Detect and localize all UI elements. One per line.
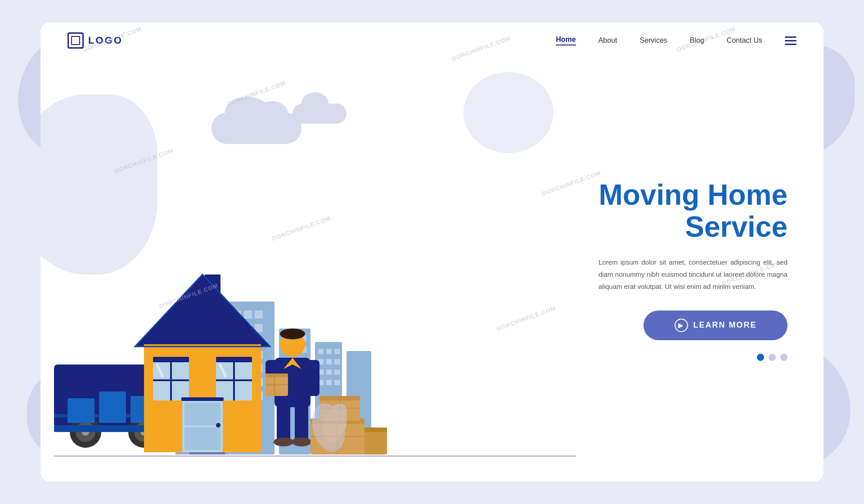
nav-blog[interactable]: Blog [690,36,704,45]
carousel-dots [757,354,788,361]
nav-home[interactable]: Home [556,36,576,45]
svg-rect-120 [277,405,290,441]
hero-description: Lorem ipsum dolor sit amet, consectetuer… [598,256,788,292]
svg-rect-133 [364,428,387,432]
svg-rect-63 [334,369,340,375]
logo-text: LOGO [88,35,123,46]
cloud-small [292,104,346,124]
logo: LOGO [68,32,123,49]
svg-rect-57 [334,349,340,354]
svg-rect-59 [326,359,332,364]
svg-rect-66 [334,380,340,385]
plant-decoration [310,400,346,454]
hamburger-menu[interactable] [785,36,796,45]
svg-rect-107 [153,357,189,362]
svg-rect-62 [326,369,332,375]
hero-section: Moving Home Service Lorem ipsum dolor si… [40,58,824,482]
inner-blob-right-top [464,72,554,153]
hero-title-line2: Service [685,211,788,243]
hero-title: Moving Home Service [598,179,788,243]
svg-rect-119 [306,360,320,396]
hamburger-line-1 [785,36,796,38]
cloud-main [212,112,302,144]
svg-rect-103 [184,428,220,450]
house [130,266,274,454]
illustration-area [40,58,590,482]
svg-rect-87 [99,392,126,423]
svg-rect-65 [326,380,332,385]
nav-about[interactable]: About [598,36,617,45]
dot-3[interactable] [780,354,788,361]
logo-icon [68,32,84,49]
svg-rect-108 [216,357,252,362]
svg-point-122 [274,437,293,446]
dot-1[interactable] [757,354,764,361]
dot-2[interactable] [769,354,776,361]
ground-line [54,455,576,457]
svg-point-110 [280,328,305,339]
svg-rect-60 [334,359,340,364]
inner-blob-left [40,94,158,274]
svg-marker-90 [135,274,270,346]
svg-rect-56 [326,349,332,354]
svg-point-104 [216,423,220,428]
hamburger-line-2 [785,40,796,41]
learn-more-icon: ▶ [675,319,688,332]
svg-rect-105 [176,452,230,454]
learn-more-button[interactable]: ▶ LEARN MORE [644,310,788,340]
nav-services[interactable]: Services [639,36,667,45]
text-area: Moving Home Service Lorem ipsum dolor si… [590,58,824,482]
main-card: LOGO Home About Services Blog Contact Us [40,22,824,482]
svg-rect-102 [184,403,220,425]
svg-rect-101 [181,397,224,401]
navbar: LOGO Home About Services Blog Contact Us [40,22,824,58]
nav-contact[interactable]: Contact Us [727,36,762,45]
svg-rect-86 [68,398,94,423]
hero-title-line1: Moving Home [598,179,788,211]
learn-more-label: LEARN MORE [693,320,757,330]
nav-links: Home About Services Blog Contact Us [556,36,762,45]
hamburger-line-3 [785,44,796,45]
svg-rect-116 [266,374,288,377]
